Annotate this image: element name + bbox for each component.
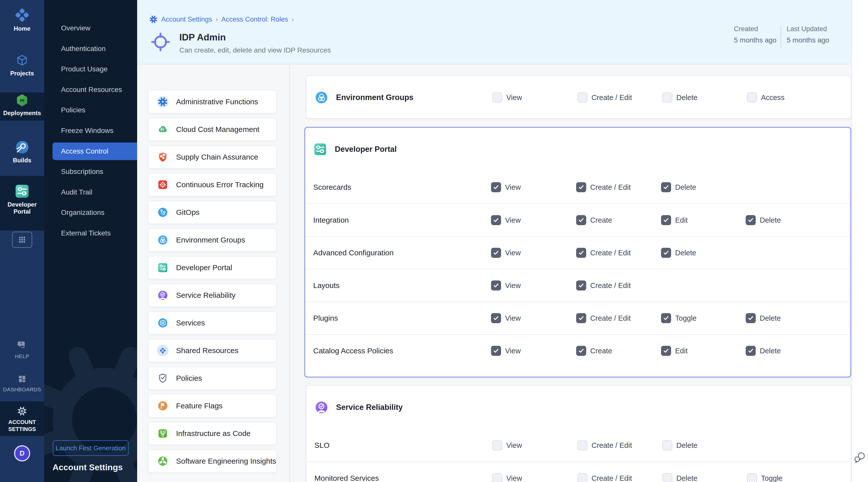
permission-row-plugins: PluginsViewCreate / EditToggleDelete [305,302,850,334]
devportal-icon [313,142,327,156]
permission-checkbox[interactable] [492,440,502,450]
permission-checkbox[interactable] [491,248,501,258]
rail-item-account-settings[interactable]: ACCOUNTSETTINGS [0,405,44,433]
permission-checkbox[interactable] [491,313,501,323]
row-label: SLO [314,441,330,450]
devportal-icon [14,183,30,199]
sidebar-item-subscriptions[interactable]: Subscriptions [44,163,137,180]
permission-checkbox[interactable] [746,346,756,356]
breadcrumb-access-control-roles[interactable]: Access Control: Roles [221,16,288,23]
permission-row-catalog-access-policies: Catalog Access PoliciesViewCreateEditDel… [305,334,850,367]
sidebar-item-account-resources[interactable]: Account Resources [44,81,137,98]
permission-checkbox[interactable] [662,440,672,450]
sidebar-item-external-tickets[interactable]: External Tickets [44,224,137,242]
resource-category-shared-resources[interactable]: Shared Resources [148,339,276,362]
permission-delete: Delete [661,248,696,258]
permission-checkbox[interactable] [747,473,757,482]
permission-access: Access [747,92,784,102]
gitops-icon [157,207,168,218]
launch-first-generation-button[interactable]: Launch First Generation [53,440,129,456]
resource-category-policies[interactable]: Policies [148,367,276,390]
permission-checkbox[interactable] [578,440,587,450]
permission-label: Create [590,216,612,224]
svg-text:?: ? [20,342,22,346]
resource-category-cloud-cost-management[interactable]: $Cloud Cost Management [148,118,276,141]
resource-category-feature-flags[interactable]: Feature Flags [148,395,276,417]
resource-category-gitops[interactable]: GitOps [148,201,276,224]
permission-checkbox[interactable] [492,473,502,482]
resource-category-label: Environment Groups [176,236,245,244]
permission-checkbox[interactable] [661,248,671,258]
permission-label: Edit [675,216,688,224]
permission-create: Create [576,346,612,356]
rail-item-help[interactable]: ?HELP [0,340,44,360]
sidebar-item-policies[interactable]: Policies [44,101,137,119]
resource-category-continuous-error-tracking[interactable]: Continuous Error Tracking [148,173,276,196]
sidebar-item-access-control[interactable]: Access Control [53,143,137,160]
rail-item-home[interactable]: Home [0,7,44,32]
permission-checkbox[interactable] [661,313,671,323]
permission-checkbox[interactable] [747,92,757,102]
sidebar-item-audit-trail[interactable]: Audit Trail [44,183,137,201]
permission-checkbox[interactable] [491,280,501,291]
permission-checkbox[interactable] [492,92,502,102]
permission-checkbox[interactable] [662,92,672,102]
gear-icon [17,405,28,417]
permission-label: Create [590,347,612,355]
sei-icon [157,455,168,467]
permission-checkbox[interactable] [576,248,586,258]
rail-item-builds[interactable]: Builds [0,140,44,164]
sidebar-item-authentication[interactable]: Authentication [44,40,137,58]
permission-label: Delete [760,347,781,355]
permission-checkbox[interactable] [578,473,587,482]
permission-checkbox[interactable] [576,346,586,356]
row-label: Layouts [313,281,340,290]
permission-checkbox[interactable] [746,215,756,225]
resource-category-administrative-functions[interactable]: Administrative Functions [148,90,276,113]
module-picker-button[interactable] [12,232,32,248]
permission-checkbox[interactable] [662,473,672,482]
rail-item-deployments[interactable]: ∞Deployments [0,93,44,117]
sidebar-item-product-usage[interactable]: Product Usage [44,60,137,78]
rail-item-developer-portal[interactable]: DeveloperPortal [0,183,44,215]
resource-category-services[interactable]: Services [148,312,276,334]
sidebar-item-organizations[interactable]: Organizations [44,204,137,221]
last-updated-label: Last Updated [786,25,827,33]
permission-checkbox[interactable] [491,215,501,225]
rail-item-dashboards[interactable]: DASHBOARDS [0,374,44,393]
permission-checkbox[interactable] [746,313,756,323]
breadcrumb-account-settings[interactable]: Account Settings [161,16,212,23]
permission-checkbox[interactable] [576,182,586,192]
devportal-icon [157,262,168,273]
cet-icon [157,179,168,190]
permission-edit: Edit [661,215,688,225]
row-label: Scorecards [313,183,351,191]
permission-checkbox[interactable] [491,182,501,192]
permission-checkbox[interactable] [661,215,671,225]
permission-checkbox[interactable] [661,346,671,356]
resource-category-label: Cloud Cost Management [176,125,259,134]
permission-checkbox[interactable] [578,92,587,102]
resource-category-service-reliability[interactable]: Service Reliability [148,284,276,307]
resource-category-environment-groups[interactable]: Environment Groups [148,229,276,251]
section-title: Developer Portal [335,145,397,154]
permission-section-developer-portal[interactable]: Developer PortalScorecardsViewCreate / E… [304,127,851,378]
support-chat-icon[interactable] [854,451,867,465]
permission-label: View [506,93,522,102]
resource-category-supply-chain-assurance[interactable]: Supply Chain Assurance [148,146,276,169]
meta-divider [781,26,781,48]
row-label: Monitored Services [314,474,379,482]
permission-checkbox[interactable] [576,215,586,225]
rail-item-projects[interactable]: Projects [0,53,44,77]
sidebar-item-freeze-windows[interactable]: Freeze Windows [44,122,137,140]
permission-checkbox[interactable] [576,280,586,291]
resource-category-software-engineering-insights[interactable]: Software Engineering Insights [148,450,276,473]
permission-checkbox[interactable] [661,182,671,192]
help-icon: ? [17,340,28,351]
permission-checkbox[interactable] [576,313,586,323]
sidebar-item-overview[interactable]: Overview [44,19,137,37]
resource-category-developer-portal[interactable]: Developer Portal [148,256,276,279]
resource-category-infrastructure-as-code[interactable]: Infrastructure as Code [148,422,276,445]
permission-checkbox[interactable] [491,346,501,356]
avatar[interactable]: D [14,445,30,461]
